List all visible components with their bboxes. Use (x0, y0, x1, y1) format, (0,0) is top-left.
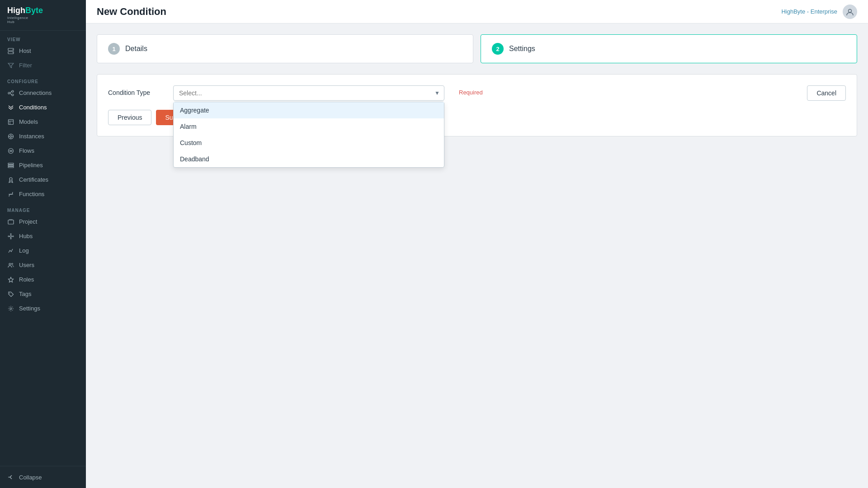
svg-point-5 (8, 92, 10, 94)
logo-intelligence: Intelligence (7, 16, 43, 20)
configure-section-label: CONFIGURE (0, 73, 86, 86)
sidebar-item-host[interactable]: Host (0, 44, 86, 58)
sidebar-item-project-label: Project (19, 218, 37, 225)
svg-point-27 (10, 233, 11, 234)
svg-point-3 (12, 52, 13, 53)
svg-point-30 (13, 235, 14, 236)
sidebar-item-tags-label: Tags (19, 291, 31, 297)
hubs-icon (7, 233, 14, 240)
sidebar-item-log-label: Log (19, 247, 29, 254)
enterprise-label: HighByte - Enterprise (781, 8, 837, 15)
step-details-number: 1 (108, 43, 120, 55)
condition-type-row: Condition Type ▼ Aggregate Alarm Custom … (108, 85, 846, 101)
sidebar: HighByte Intelligence Hub VIEW Host F (0, 0, 86, 488)
sidebar-item-flows[interactable]: Flows (0, 144, 86, 158)
sidebar-item-functions-label: Functions (19, 191, 44, 197)
step-settings: 2 Settings (481, 34, 857, 63)
sidebar-item-instances-label: Instances (19, 133, 44, 140)
sidebar-item-roles-label: Roles (19, 276, 34, 283)
svg-rect-20 (8, 163, 14, 164)
collapse-label: Collapse (19, 474, 42, 481)
instances-icon (7, 133, 14, 140)
dropdown-item-aggregate[interactable]: Aggregate (174, 102, 444, 118)
svg-point-6 (12, 90, 14, 92)
sidebar-item-tags[interactable]: Tags (0, 287, 86, 301)
logo-byte: Byte (25, 6, 43, 15)
conditions-icon (7, 104, 14, 111)
log-icon (7, 247, 14, 254)
form-area: Cancel Condition Type ▼ Aggregate Alarm … (97, 74, 857, 136)
svg-rect-21 (8, 164, 14, 166)
sidebar-item-models[interactable]: Models (0, 115, 86, 129)
sidebar-item-pipelines-label: Pipelines (19, 162, 43, 169)
svg-point-38 (10, 308, 12, 310)
users-icon (7, 262, 14, 269)
topbar-right: HighByte - Enterprise (781, 5, 857, 19)
dropdown-item-custom[interactable]: Custom (174, 135, 444, 151)
sidebar-item-hubs[interactable]: Hubs (0, 229, 86, 244)
sidebar-item-instances[interactable]: Instances (0, 129, 86, 144)
svg-rect-25 (8, 220, 14, 224)
connections-icon (7, 89, 14, 97)
sidebar-item-flows-label: Flows (19, 147, 34, 154)
step-details-label: Details (125, 45, 147, 53)
sidebar-item-conditions-label: Conditions (19, 104, 47, 111)
sidebar-item-connections-label: Connections (19, 89, 52, 96)
condition-type-label: Condition Type (108, 85, 162, 96)
settings-icon (7, 305, 14, 312)
svg-point-2 (12, 49, 13, 50)
content-area: 1 Details 2 Settings Cancel Condition Ty… (86, 23, 868, 488)
functions-icon (7, 191, 14, 198)
sidebar-item-project[interactable]: Project (0, 215, 86, 229)
sidebar-item-conditions[interactable]: Conditions (0, 100, 86, 115)
host-icon (7, 47, 14, 55)
sidebar-item-certificates[interactable]: Certificates (0, 173, 86, 187)
topbar: New Condition HighByte - Enterprise (86, 0, 868, 23)
view-section-label: VIEW (0, 31, 86, 44)
tags-icon (7, 291, 14, 298)
cancel-button[interactable]: Cancel (807, 85, 846, 101)
sidebar-item-users[interactable]: Users (0, 258, 86, 272)
sidebar-item-host-label: Host (19, 47, 31, 54)
sidebar-item-filter[interactable]: Filter (0, 58, 86, 73)
svg-point-37 (9, 292, 10, 293)
sidebar-item-pipelines[interactable]: Pipelines (0, 158, 86, 173)
svg-point-40 (849, 9, 852, 12)
previous-button[interactable]: Previous (108, 110, 151, 125)
svg-point-26 (10, 235, 12, 237)
roles-icon (7, 276, 14, 283)
svg-marker-4 (8, 63, 14, 68)
sidebar-item-hubs-label: Hubs (19, 233, 33, 239)
user-avatar[interactable] (843, 5, 857, 19)
select-container: ▼ Aggregate Alarm Custom Deadband (173, 85, 444, 101)
main-content: New Condition HighByte - Enterprise 1 De… (86, 0, 868, 488)
collapse-icon (7, 474, 14, 481)
svg-point-14 (10, 136, 12, 137)
sidebar-item-connections[interactable]: Connections (0, 86, 86, 100)
svg-point-23 (9, 178, 12, 180)
step-settings-label: Settings (509, 45, 535, 53)
sidebar-item-functions[interactable]: Functions (0, 187, 86, 202)
pipelines-icon (7, 162, 14, 169)
condition-type-control: ▼ Aggregate Alarm Custom Deadband (173, 85, 444, 101)
step-settings-number: 2 (492, 43, 504, 55)
project-icon (7, 218, 14, 225)
filter-icon (7, 62, 14, 69)
svg-rect-10 (9, 119, 14, 124)
dropdown-item-deadband[interactable]: Deadband (174, 151, 444, 167)
manage-section-label: MANAGE (0, 202, 86, 215)
svg-rect-22 (8, 166, 14, 168)
condition-type-input[interactable] (173, 85, 444, 101)
logo-high: High (7, 6, 25, 15)
sidebar-item-roles[interactable]: Roles (0, 272, 86, 287)
steps-row: 1 Details 2 Settings (97, 34, 857, 63)
sidebar-item-filter-label: Filter (19, 62, 32, 69)
sidebar-item-log[interactable]: Log (0, 244, 86, 258)
dropdown-item-alarm[interactable]: Alarm (174, 118, 444, 135)
collapse-button[interactable]: Collapse (0, 470, 86, 484)
svg-line-8 (10, 91, 12, 93)
sidebar-item-settings-label: Settings (19, 305, 40, 312)
svg-point-28 (10, 238, 11, 239)
sidebar-item-settings[interactable]: Settings (0, 301, 86, 316)
dropdown-menu: Aggregate Alarm Custom Deadband (173, 102, 444, 168)
